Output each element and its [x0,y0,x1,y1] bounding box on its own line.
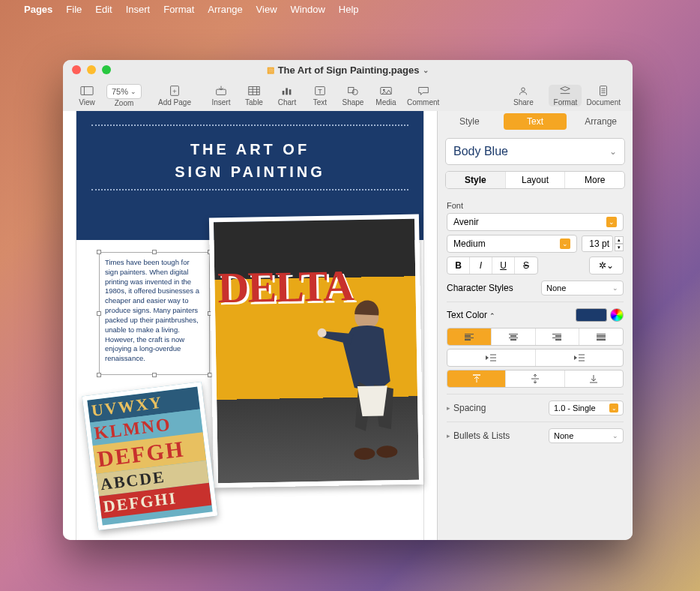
document-canvas[interactable]: THE ART OF SIGN PAINTING Times have been… [63,111,438,540]
pages-window: ▧ The Art of Sign Painting.pages ⌄ View … [63,60,633,540]
menu-window[interactable]: Window [291,4,325,15]
table-button[interactable]: Table [238,85,271,106]
painter-figure [308,291,408,472]
font-heading: Font [447,201,624,210]
menu-edit[interactable]: Edit [95,4,112,15]
italic-button[interactable]: I [470,257,492,274]
valign-middle-button[interactable] [506,370,564,387]
svg-rect-10 [283,91,285,94]
bullets-select[interactable]: None ⌄ [549,428,624,443]
menu-file[interactable]: File [66,4,82,15]
font-size-input[interactable] [582,236,613,252]
char-styles-select[interactable]: None ⌄ [541,280,624,296]
add-page-button[interactable]: + Add Page [154,85,196,106]
window-title[interactable]: ▧ The Art of Sign Painting.pages ⌄ [63,64,633,76]
document-button[interactable]: Document [582,85,625,106]
svg-point-16 [352,89,357,94]
svg-rect-11 [286,88,288,94]
chevron-down-icon: ⌄ [612,432,618,440]
svg-text:T: T [318,87,322,94]
indent-button[interactable] [536,350,624,366]
font-style-group: B I U S [447,256,538,274]
document-title: THE ART OF SIGN PAINTING [91,138,408,183]
spacing-disclosure[interactable]: ▸Spacing [447,403,486,413]
v-align-group [447,370,624,388]
macos-menubar: Pages File Edit Insert Format Arrange Vi… [0,0,700,18]
titlebar: ▧ The Art of Sign Painting.pages ⌄ [63,60,633,80]
photo-delta[interactable]: DELTA [209,214,423,488]
format-inspector: Style Text Arrange Body Blue ⌄ Style Lay… [438,111,633,540]
text-color-well[interactable] [576,308,607,322]
tab-style[interactable]: Style [438,111,501,132]
color-wheel-button[interactable] [610,308,624,322]
align-right-button[interactable] [536,328,580,345]
paragraph-style-select[interactable]: Body Blue ⌄ [445,138,625,165]
char-styles-label: Character Styles [447,283,513,293]
size-up-button[interactable]: ▴ [615,236,624,244]
view-button[interactable]: View [70,85,103,106]
chevron-down-icon: ⌄ [609,146,617,157]
chevron-down-icon: ⌄ [612,284,618,292]
shape-button[interactable]: Shape [337,85,369,106]
advanced-options-button[interactable]: ✲⌄ [589,256,624,274]
align-left-button[interactable] [447,328,492,345]
font-size-field[interactable]: ▴ ▾ [582,236,624,252]
subtab-style[interactable]: Style [446,172,506,188]
bold-button[interactable]: B [447,257,470,274]
svg-rect-5 [249,86,259,94]
menu-format[interactable]: Format [163,4,194,15]
svg-rect-0 [81,86,93,94]
text-color-label: Text Color ⌃ [447,310,495,320]
zoom-control[interactable]: 75%⌄ Zoom [103,84,145,107]
subtab-layout[interactable]: Layout [506,172,566,188]
share-button[interactable]: Share [507,85,540,106]
svg-point-26 [354,448,375,460]
text-button[interactable]: T Text [304,85,337,106]
format-button[interactable]: Format [549,85,582,106]
bullets-disclosure[interactable]: ▸Bullets & Lists [447,430,510,441]
window-title-text: The Art of Sign Painting.pages [278,64,420,76]
menu-view[interactable]: View [256,4,277,15]
selection-box [99,252,210,375]
svg-rect-12 [289,89,292,94]
font-weight-select[interactable]: Medium ⌄ [447,235,577,253]
underline-button[interactable]: U [492,257,515,274]
align-justify-button[interactable] [579,328,623,345]
indent-group [447,349,624,367]
media-button[interactable]: Media [369,85,402,106]
svg-point-19 [522,87,525,91]
title-dropdown-icon: ⌄ [423,66,429,74]
dropdown-arrow-icon: ⌄ [606,217,617,227]
text-subtabs: Style Layout More [445,171,625,189]
align-center-button[interactable] [492,328,536,345]
spacing-select[interactable]: 1.0 - Single ⌄ [549,400,624,416]
toolbar: View 75%⌄ Zoom + Add Page Insert Table C… [63,80,633,111]
valign-top-button[interactable] [447,370,506,387]
insert-button[interactable]: Insert [205,85,238,106]
svg-point-27 [376,446,397,458]
dropdown-arrow-icon: ⌄ [560,238,570,249]
valign-bottom-button[interactable] [565,370,623,387]
chart-button[interactable]: Chart [271,85,304,106]
strike-button[interactable]: S [515,257,537,274]
menu-help[interactable]: Help [339,4,359,15]
photo-alphabet[interactable]: UVWXY KLMNO DEFGH ABCDE DEFGHI [82,382,218,530]
dropdown-arrow-icon: ⌄ [609,404,618,412]
svg-point-18 [383,88,385,91]
paragraph-style-label: Body Blue [453,145,508,158]
menu-insert[interactable]: Insert [126,4,151,15]
size-down-button[interactable]: ▾ [615,244,624,251]
zoom-value: 75% [112,87,128,96]
document-page: THE ART OF SIGN PAINTING Times have been… [76,111,423,540]
font-family-select[interactable]: Avenir ⌄ [447,213,624,231]
svg-text:+: + [172,86,177,94]
comment-button[interactable]: Comment [402,85,444,106]
tab-arrange[interactable]: Arrange [569,111,633,132]
subtab-more[interactable]: More [565,172,624,188]
menu-arrange[interactable]: Arrange [208,4,242,15]
document-icon: ▧ [267,65,274,75]
tab-text[interactable]: Text [504,113,567,130]
h-align-group [447,328,624,346]
outdent-button[interactable] [447,350,536,366]
app-menu[interactable]: Pages [24,4,52,15]
